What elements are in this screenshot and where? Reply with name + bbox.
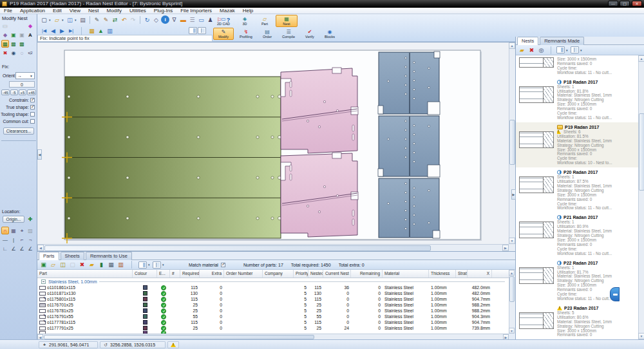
rotate-free-icon[interactable] — [18, 49, 26, 57]
nest-item-p21[interactable]: P21 Radan 2017 Sheets: 1 Utilisation: 80… — [516, 212, 638, 258]
view-thumbnails-icon[interactable] — [556, 46, 565, 53]
delete-part-icon[interactable] — [78, 261, 86, 269]
origin-button[interactable]: Origin... — [3, 216, 24, 223]
place-part-icon[interactable] — [1, 22, 9, 30]
swap-icon[interactable] — [111, 15, 119, 24]
corner2-snap-icon[interactable] — [26, 236, 34, 243]
sheet-view-icon[interactable] — [106, 26, 114, 35]
scroll-up-icon[interactable]: ▲ — [509, 270, 515, 276]
raise-part-icon[interactable] — [97, 26, 105, 35]
menu-help[interactable]: Help — [239, 8, 257, 14]
snap-icon[interactable] — [1, 227, 9, 234]
angle45-snap-icon[interactable] — [18, 245, 26, 252]
angle60-snap-icon[interactable] — [26, 245, 34, 252]
ribbon-3d-button[interactable]: 3D — [236, 15, 254, 27]
part-shape-icon[interactable] — [26, 22, 34, 30]
split-horizontal-icon[interactable] — [189, 27, 197, 34]
col-required[interactable]: Required — [180, 270, 200, 278]
table-hscroll-thumb[interactable] — [44, 335, 314, 339]
nests-vscrollbar[interactable]: ▲ ▼ — [638, 55, 644, 339]
match-material-checkbox[interactable] — [221, 263, 225, 267]
ribbon-blocks-button[interactable]: Blocks — [321, 28, 339, 40]
previous-nest-icon[interactable] — [49, 26, 57, 35]
col-thickness[interactable]: Thickness — [429, 270, 456, 278]
status-warning[interactable] — [167, 341, 179, 348]
angle30-snap-icon[interactable] — [10, 245, 17, 252]
report-icon[interactable] — [117, 261, 125, 269]
green-strip-parts[interactable] — [65, 77, 281, 238]
ribbon-profiling-button[interactable]: Profiling — [236, 28, 256, 40]
array-part-icon[interactable] — [10, 31, 17, 39]
table-row[interactable]: o1177791x25 25 0 5 25 24 0 Stainless Ste… — [37, 325, 509, 331]
intersection-snap-icon[interactable] — [18, 227, 26, 234]
pin-part-icon[interactable] — [1, 31, 9, 39]
sheet-grid-icon[interactable] — [88, 26, 96, 35]
blue-parts[interactable] — [379, 52, 439, 238]
nest-item-p19[interactable]: P19 Radan 2017 Sheets: 6 Utilisation: 81… — [516, 122, 638, 167]
col-current-nest[interactable]: Current Nest — [323, 270, 351, 278]
col-nested[interactable]: Nested — [308, 270, 323, 278]
orient-dropdown[interactable]: →▼ — [15, 72, 35, 79]
minimize-button[interactable]: — — [608, 1, 618, 6]
split-vertical-icon[interactable] — [198, 27, 206, 34]
tooling-shape-checkbox[interactable] — [30, 112, 35, 117]
tab-sheets[interactable]: Sheets — [61, 252, 84, 260]
menu-nest[interactable]: Nest — [84, 8, 102, 14]
origin-add-icon[interactable]: ✚ — [26, 215, 34, 223]
col-colour[interactable]: Colour — [133, 270, 157, 278]
ribbon-order-button[interactable]: Order — [258, 28, 276, 40]
menu-plugins[interactable]: Plug-Ins — [150, 8, 176, 14]
menu-edit[interactable]: Edit — [49, 8, 66, 14]
import-part-icon[interactable] — [59, 261, 67, 269]
open-nest-icon[interactable] — [518, 46, 526, 54]
col-material[interactable]: Material — [383, 270, 429, 278]
menu-application[interactable]: Application — [16, 8, 49, 14]
scroll-right-icon[interactable]: ▶ — [502, 245, 509, 251]
col-part[interactable]: Part — [37, 270, 133, 278]
table-row[interactable]: o1175801x115 115 0 5 115 0 0 Stainless S… — [37, 296, 509, 302]
canvas-hscroll-thumb[interactable] — [44, 245, 431, 251]
menu-mazak[interactable]: Mazak — [216, 8, 239, 14]
sidebar-collapse-button[interactable]: ◀ — [37, 149, 42, 160]
common-cut-checkbox[interactable] — [30, 119, 35, 124]
table-row[interactable]: o1177781x115 115 0 5 115 0 0 Stainless S… — [37, 319, 509, 325]
inspect-icon[interactable] — [10, 49, 17, 57]
pink-part-upper[interactable] — [281, 68, 358, 153]
menu-utilities[interactable]: Utilities — [126, 8, 150, 14]
corner-snap-icon[interactable] — [18, 236, 26, 243]
measure-icon[interactable] — [188, 15, 196, 24]
pink-part-lower[interactable] — [281, 153, 358, 237]
redo-icon[interactable] — [129, 15, 137, 24]
block-nest-icon[interactable] — [18, 40, 26, 48]
ghost-part-icon[interactable] — [18, 31, 26, 39]
table-row[interactable]: o1101861x115 115 0 5 115 36 0 Stainless … — [37, 285, 509, 290]
nest-canvas[interactable]: ▲ ▼ ◀ ▶ ◀ — [37, 42, 515, 251]
edit-geometry-icon[interactable] — [102, 15, 110, 24]
save-dropdown-icon[interactable]: ▾ — [75, 18, 78, 22]
ribbon-compile-button[interactable]: Compile — [278, 28, 299, 40]
nest-drawing[interactable] — [37, 42, 509, 244]
angle-snap-icon[interactable] — [1, 245, 9, 252]
nest-item-p18[interactable]: P18 Radan 2017 Sheets: 1 Utilisation: 81… — [516, 77, 638, 122]
constrain-checkbox[interactable] — [30, 98, 35, 102]
node-edit-icon[interactable] — [152, 15, 160, 24]
open-dropdown-icon[interactable]: ▾ — [62, 18, 65, 22]
navigate-nest-icon[interactable] — [537, 46, 545, 54]
nest-item-partial[interactable]: Size: 3000 x 1500mm Remnants saved: 0 Cy… — [516, 55, 638, 77]
col-company[interactable]: Company — [263, 270, 294, 278]
group-view-icon[interactable] — [153, 261, 161, 269]
scroll-down-icon[interactable]: ▼ — [638, 333, 644, 339]
table-view-icon[interactable] — [107, 261, 115, 269]
open-icon[interactable] — [53, 15, 61, 24]
menu-file[interactable]: File — [0, 8, 16, 14]
ribbon-part-button[interactable]: Part — [256, 15, 274, 27]
text-icon[interactable] — [26, 31, 34, 39]
delete-part-icon[interactable] — [1, 49, 9, 57]
new-icon[interactable] — [40, 15, 48, 24]
nest-item-p23[interactable]: P23 Radan 2017 Sheets: 5 Utilisation: 80… — [516, 303, 638, 339]
columns-view-icon[interactable] — [138, 261, 147, 269]
table-row[interactable]: o1176791x55 55 0 5 55 0 0 Stainless Stee… — [37, 314, 509, 319]
tab-remnants-to-use[interactable]: Remnants to Use — [86, 252, 132, 260]
col-strat[interactable]: Strat... — [456, 270, 468, 278]
delete-nest-icon[interactable] — [527, 46, 536, 54]
